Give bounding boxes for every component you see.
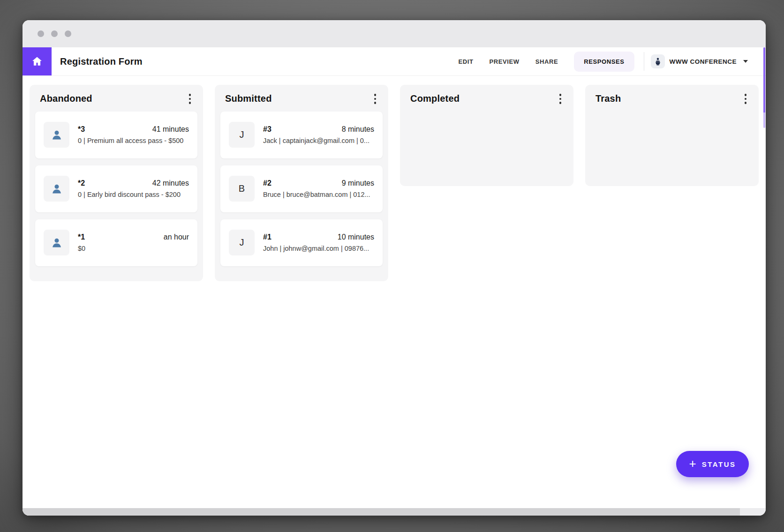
avatar-letter: J xyxy=(229,230,255,255)
responses-board: Abandoned *3 41 minutes 0 | Premium all … xyxy=(23,76,766,281)
window-control-dot[interactable] xyxy=(38,30,44,37)
plus-icon: + xyxy=(689,457,696,470)
kebab-menu-icon[interactable] xyxy=(557,92,565,106)
kebab-menu-icon[interactable] xyxy=(742,92,750,106)
card-id: *3 xyxy=(78,125,85,134)
fab-label: STATUS xyxy=(702,460,736,468)
page-title: Registration Form xyxy=(60,56,143,67)
card-time: 10 minutes xyxy=(338,233,374,241)
avatar-letter: B xyxy=(229,176,255,202)
person-icon xyxy=(50,236,64,250)
nav-preview[interactable]: PREVIEW xyxy=(490,58,520,65)
column-cards: *3 41 minutes 0 | Premium all access pas… xyxy=(30,112,203,266)
home-icon xyxy=(31,55,43,67)
column-header: Abandoned xyxy=(30,85,203,112)
column-header: Trash xyxy=(585,85,759,112)
chevron-down-icon xyxy=(743,60,748,63)
person-avatar-icon xyxy=(44,176,69,202)
column-header: Submitted xyxy=(215,85,388,112)
kebab-menu-icon[interactable] xyxy=(186,92,194,106)
card-id: *1 xyxy=(78,233,85,241)
card-id: *2 xyxy=(78,179,85,187)
home-button[interactable] xyxy=(23,47,52,75)
app-header: Registration Form EDIT PREVIEW SHARE RES… xyxy=(23,47,766,76)
person-icon xyxy=(50,128,64,142)
column-title: Completed xyxy=(410,93,460,104)
app-window: Registration Form EDIT PREVIEW SHARE RES… xyxy=(23,20,766,516)
card-subtitle: John | johnw@gmail.com | 09876... xyxy=(263,245,374,252)
nav-edit[interactable]: EDIT xyxy=(459,58,474,65)
column-submitted: Submitted J #3 8 minutes Jack | captainj… xyxy=(215,85,388,281)
response-card[interactable]: *2 42 minutes 0 | Early bird discount pa… xyxy=(35,165,197,212)
nav-responses-active[interactable]: RESPONSES xyxy=(574,52,634,72)
response-card[interactable]: J #1 10 minutes John | johnw@gmail.com |… xyxy=(220,219,383,266)
column-header: Completed xyxy=(400,85,573,112)
card-subtitle: $0 xyxy=(78,245,189,252)
person-icon xyxy=(50,182,64,196)
card-time: an hour xyxy=(164,233,189,241)
horizontal-scrollbar[interactable] xyxy=(23,508,766,516)
card-subtitle: Jack | captainjack@gmail.com | 0... xyxy=(263,137,374,144)
nav-divider xyxy=(644,52,644,71)
person-avatar-icon xyxy=(44,230,69,255)
vertical-scrollbar[interactable] xyxy=(763,47,765,128)
card-time: 8 minutes xyxy=(342,125,374,134)
window-control-dot[interactable] xyxy=(65,30,71,37)
horizontal-scrollbar-thumb[interactable] xyxy=(23,508,740,516)
workspace-dropdown[interactable]: WWW CONFERENCE xyxy=(651,54,748,68)
response-card[interactable]: *1 an hour $0 xyxy=(35,219,197,266)
window-control-dot[interactable] xyxy=(51,30,58,37)
nav-share[interactable]: SHARE xyxy=(535,58,558,65)
column-completed: Completed xyxy=(400,85,573,186)
card-subtitle: 0 | Early bird discount pass - $200 xyxy=(78,191,189,198)
card-time: 9 minutes xyxy=(342,179,374,187)
response-card[interactable]: *3 41 minutes 0 | Premium all access pas… xyxy=(35,112,197,158)
card-time: 42 minutes xyxy=(152,179,189,187)
person-avatar-icon xyxy=(44,122,69,148)
column-title: Abandoned xyxy=(40,93,92,104)
desktop-background: Registration Form EDIT PREVIEW SHARE RES… xyxy=(0,0,784,532)
conference-speaker-icon xyxy=(651,54,665,68)
card-id: #2 xyxy=(263,179,271,187)
header-nav: EDIT PREVIEW SHARE RESPONSES WWW CONFERE xyxy=(451,52,766,72)
column-abandoned: Abandoned *3 41 minutes 0 | Premium all … xyxy=(30,85,203,281)
card-time: 41 minutes xyxy=(152,125,189,134)
column-title: Trash xyxy=(596,93,621,104)
column-trash: Trash xyxy=(585,85,759,186)
workspace-label: WWW CONFERENCE xyxy=(670,58,737,65)
response-card[interactable]: B #2 9 minutes Bruce | bruce@batman.com … xyxy=(220,165,383,212)
kebab-menu-icon[interactable] xyxy=(371,92,379,106)
card-id: #3 xyxy=(263,125,271,134)
avatar-letter: J xyxy=(229,122,255,148)
add-status-button[interactable]: + STATUS xyxy=(676,451,749,477)
column-title: Submitted xyxy=(225,93,272,104)
window-titlebar[interactable] xyxy=(23,20,766,47)
card-id: #1 xyxy=(263,233,271,241)
card-subtitle: Bruce | bruce@batman.com | 012... xyxy=(263,191,374,198)
column-cards: J #3 8 minutes Jack | captainjack@gmail.… xyxy=(215,112,388,266)
response-card[interactable]: J #3 8 minutes Jack | captainjack@gmail.… xyxy=(220,112,383,158)
card-subtitle: 0 | Premium all access pass - $500 xyxy=(78,137,189,144)
